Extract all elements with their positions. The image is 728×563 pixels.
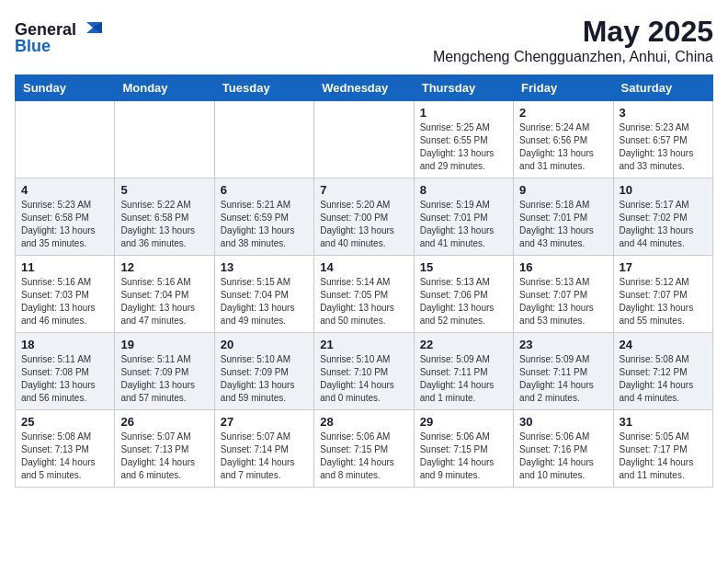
- day-info: Sunrise: 5:19 AM Sunset: 7:01 PM Dayligh…: [420, 199, 507, 250]
- day-number: 13: [221, 260, 308, 274]
- day-number: 31: [620, 415, 707, 429]
- calendar-week-row: 18Sunrise: 5:11 AM Sunset: 7:08 PM Dayli…: [16, 333, 713, 410]
- day-number: 3: [620, 106, 707, 120]
- col-header-tuesday: Tuesday: [214, 75, 313, 101]
- day-info: Sunrise: 5:11 AM Sunset: 7:08 PM Dayligh…: [21, 353, 108, 405]
- day-number: 27: [221, 415, 308, 429]
- calendar-cell: 14Sunrise: 5:14 AM Sunset: 7:05 PM Dayli…: [314, 256, 414, 333]
- calendar-cell: 12Sunrise: 5:16 AM Sunset: 7:04 PM Dayli…: [115, 256, 214, 333]
- calendar-cell: 27Sunrise: 5:07 AM Sunset: 7:14 PM Dayli…: [214, 410, 313, 488]
- calendar-cell: 15Sunrise: 5:13 AM Sunset: 7:06 PM Dayli…: [414, 256, 513, 333]
- svg-text:General: General: [15, 20, 76, 39]
- day-info: Sunrise: 5:10 AM Sunset: 7:10 PM Dayligh…: [320, 353, 407, 405]
- day-number: 8: [420, 183, 507, 197]
- calendar-week-row: 1Sunrise: 5:25 AM Sunset: 6:55 PM Daylig…: [16, 101, 713, 178]
- day-number: 16: [519, 260, 607, 274]
- day-number: 1: [420, 106, 507, 120]
- calendar-cell: 24Sunrise: 5:08 AM Sunset: 7:12 PM Dayli…: [613, 333, 712, 410]
- calendar-cell: 16Sunrise: 5:13 AM Sunset: 7:07 PM Dayli…: [514, 256, 613, 333]
- day-info: Sunrise: 5:16 AM Sunset: 7:04 PM Dayligh…: [120, 276, 208, 327]
- day-info: Sunrise: 5:25 AM Sunset: 6:55 PM Dayligh…: [420, 121, 507, 173]
- day-number: 7: [320, 183, 407, 197]
- day-number: 25: [21, 415, 108, 429]
- day-info: Sunrise: 5:20 AM Sunset: 7:00 PM Dayligh…: [320, 199, 407, 250]
- day-info: Sunrise: 5:08 AM Sunset: 7:12 PM Dayligh…: [620, 353, 707, 405]
- day-number: 6: [221, 183, 308, 197]
- day-number: 5: [120, 183, 208, 197]
- calendar-cell: 6Sunrise: 5:21 AM Sunset: 6:59 PM Daylig…: [214, 178, 313, 256]
- calendar-cell: 30Sunrise: 5:06 AM Sunset: 7:16 PM Dayli…: [514, 410, 613, 488]
- calendar-cell: [115, 101, 214, 178]
- day-number: 14: [320, 260, 407, 274]
- day-info: Sunrise: 5:13 AM Sunset: 7:06 PM Dayligh…: [420, 276, 507, 327]
- day-info: Sunrise: 5:09 AM Sunset: 7:11 PM Dayligh…: [519, 353, 607, 405]
- day-number: 23: [519, 338, 607, 351]
- day-number: 12: [120, 260, 208, 274]
- svg-text:Blue: Blue: [15, 37, 51, 53]
- calendar-cell: 28Sunrise: 5:06 AM Sunset: 7:15 PM Dayli…: [314, 410, 414, 488]
- day-info: Sunrise: 5:07 AM Sunset: 7:13 PM Dayligh…: [120, 431, 208, 482]
- calendar-cell: 31Sunrise: 5:05 AM Sunset: 7:17 PM Dayli…: [613, 410, 712, 488]
- col-header-saturday: Saturday: [613, 75, 712, 101]
- calendar-cell: 23Sunrise: 5:09 AM Sunset: 7:11 PM Dayli…: [514, 333, 613, 410]
- calendar-cell: [16, 101, 115, 178]
- col-header-sunday: Sunday: [16, 75, 115, 101]
- calendar-cell: 11Sunrise: 5:16 AM Sunset: 7:03 PM Dayli…: [16, 256, 115, 333]
- day-info: Sunrise: 5:17 AM Sunset: 7:02 PM Dayligh…: [620, 199, 707, 250]
- calendar-cell: [214, 101, 313, 178]
- calendar-week-row: 4Sunrise: 5:23 AM Sunset: 6:58 PM Daylig…: [16, 178, 713, 256]
- day-info: Sunrise: 5:12 AM Sunset: 7:07 PM Dayligh…: [620, 276, 707, 327]
- calendar-cell: 9Sunrise: 5:18 AM Sunset: 7:01 PM Daylig…: [514, 178, 613, 256]
- calendar-cell: 25Sunrise: 5:08 AM Sunset: 7:13 PM Dayli…: [16, 410, 115, 488]
- day-number: 24: [620, 338, 707, 351]
- calendar-cell: 17Sunrise: 5:12 AM Sunset: 7:07 PM Dayli…: [613, 256, 712, 333]
- col-header-friday: Friday: [514, 75, 613, 101]
- day-info: Sunrise: 5:23 AM Sunset: 6:57 PM Dayligh…: [620, 121, 707, 173]
- day-info: Sunrise: 5:16 AM Sunset: 7:03 PM Dayligh…: [21, 276, 108, 327]
- day-number: 4: [21, 183, 108, 197]
- day-number: 30: [519, 415, 607, 429]
- day-info: Sunrise: 5:14 AM Sunset: 7:05 PM Dayligh…: [320, 276, 407, 327]
- day-info: Sunrise: 5:24 AM Sunset: 6:56 PM Dayligh…: [519, 121, 607, 173]
- day-number: 22: [420, 338, 507, 351]
- day-number: 20: [221, 338, 308, 351]
- day-number: 17: [620, 260, 707, 274]
- calendar-cell: 26Sunrise: 5:07 AM Sunset: 7:13 PM Dayli…: [115, 410, 214, 488]
- day-number: 19: [120, 338, 208, 351]
- day-number: 18: [21, 338, 108, 351]
- day-info: Sunrise: 5:09 AM Sunset: 7:11 PM Dayligh…: [420, 353, 507, 405]
- day-info: Sunrise: 5:08 AM Sunset: 7:13 PM Dayligh…: [21, 431, 108, 482]
- calendar-cell: 13Sunrise: 5:15 AM Sunset: 7:04 PM Dayli…: [214, 256, 313, 333]
- day-number: 10: [620, 183, 707, 197]
- day-number: 15: [420, 260, 507, 274]
- col-header-thursday: Thursday: [414, 75, 513, 101]
- calendar-cell: 20Sunrise: 5:10 AM Sunset: 7:09 PM Dayli…: [214, 333, 313, 410]
- day-number: 2: [519, 106, 607, 120]
- calendar-cell: 5Sunrise: 5:22 AM Sunset: 6:58 PM Daylig…: [115, 178, 214, 256]
- day-info: Sunrise: 5:07 AM Sunset: 7:14 PM Dayligh…: [221, 431, 308, 482]
- calendar-cell: 2Sunrise: 5:24 AM Sunset: 6:56 PM Daylig…: [514, 101, 613, 178]
- calendar-cell: [314, 101, 414, 178]
- day-info: Sunrise: 5:23 AM Sunset: 6:58 PM Dayligh…: [21, 199, 108, 250]
- day-info: Sunrise: 5:13 AM Sunset: 7:07 PM Dayligh…: [519, 276, 607, 327]
- day-info: Sunrise: 5:15 AM Sunset: 7:04 PM Dayligh…: [221, 276, 308, 327]
- calendar-cell: 10Sunrise: 5:17 AM Sunset: 7:02 PM Dayli…: [613, 178, 712, 256]
- day-info: Sunrise: 5:11 AM Sunset: 7:09 PM Dayligh…: [120, 353, 208, 405]
- day-info: Sunrise: 5:22 AM Sunset: 6:58 PM Dayligh…: [120, 199, 208, 250]
- day-number: 11: [21, 260, 108, 274]
- col-header-monday: Monday: [115, 75, 214, 101]
- calendar-week-row: 25Sunrise: 5:08 AM Sunset: 7:13 PM Dayli…: [16, 410, 713, 488]
- day-number: 29: [420, 415, 507, 429]
- calendar-cell: 3Sunrise: 5:23 AM Sunset: 6:57 PM Daylig…: [613, 101, 712, 178]
- day-info: Sunrise: 5:06 AM Sunset: 7:16 PM Dayligh…: [519, 431, 607, 482]
- day-info: Sunrise: 5:18 AM Sunset: 7:01 PM Dayligh…: [519, 199, 607, 250]
- calendar-cell: 8Sunrise: 5:19 AM Sunset: 7:01 PM Daylig…: [414, 178, 513, 256]
- calendar-cell: 29Sunrise: 5:06 AM Sunset: 7:15 PM Dayli…: [414, 410, 513, 488]
- calendar-cell: 1Sunrise: 5:25 AM Sunset: 6:55 PM Daylig…: [414, 101, 513, 178]
- page-header: General Blue May 2025 Mengcheng Chenggua…: [15, 15, 713, 65]
- day-info: Sunrise: 5:06 AM Sunset: 7:15 PM Dayligh…: [320, 431, 407, 482]
- day-number: 28: [320, 415, 407, 429]
- calendar-week-row: 11Sunrise: 5:16 AM Sunset: 7:03 PM Dayli…: [16, 256, 713, 333]
- logo-general: General Blue: [15, 15, 116, 57]
- calendar-cell: 18Sunrise: 5:11 AM Sunset: 7:08 PM Dayli…: [16, 333, 115, 410]
